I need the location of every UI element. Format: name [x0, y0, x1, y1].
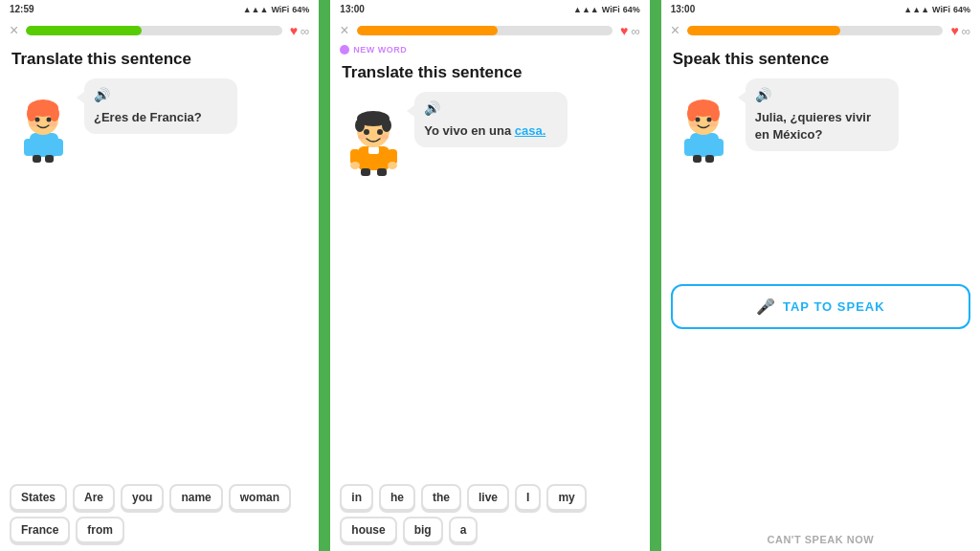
word-tile[interactable]: the [421, 484, 461, 511]
word-tile[interactable]: woman [229, 484, 291, 511]
speaker-icon-1[interactable]: 🔊 [94, 86, 110, 105]
instruction-1: Translate this sentence [0, 43, 319, 73]
word-tile[interactable]: house [340, 517, 396, 543]
wifi-icon: WiFi [271, 5, 289, 14]
svg-rect-27 [361, 168, 370, 176]
svg-rect-31 [714, 139, 724, 156]
word-tile[interactable]: I [515, 484, 541, 511]
speaker-icon-2[interactable]: 🔊 [424, 99, 440, 119]
instruction-2: Translate this sentence [330, 56, 649, 86]
svg-rect-2 [54, 139, 63, 156]
word-tile[interactable]: Are [73, 484, 115, 511]
progress-fill-3 [687, 26, 840, 35]
mic-icon: 🎤 [756, 298, 775, 316]
svg-point-5 [27, 106, 36, 121]
heart-icon-2: ♥ [620, 23, 628, 38]
status-icons-1: ▲▲▲ WiFi 64% [243, 5, 310, 14]
character-svg-2 [343, 97, 405, 178]
heart-area-1: ♥ ∞ [290, 23, 310, 38]
word-tile[interactable]: my [546, 484, 586, 511]
word-tile[interactable]: from [76, 517, 124, 543]
svg-rect-12 [45, 155, 54, 163]
tap-to-speak-label: TAP TO SPEAK [783, 299, 885, 314]
svg-point-8 [46, 118, 51, 122]
character-2 [340, 92, 407, 178]
time-1: 12:59 [10, 4, 34, 14]
instruction-3: Speak this sentence [661, 43, 980, 73]
word-tile[interactable]: a [449, 517, 479, 543]
word-tile[interactable]: live [467, 484, 509, 511]
svg-point-37 [707, 118, 712, 122]
svg-point-39 [709, 122, 717, 127]
word-tile[interactable]: he [379, 484, 415, 511]
word-tile[interactable]: in [340, 484, 373, 511]
svg-point-25 [358, 135, 366, 140]
word-tiles-2: in he the live I my house big a [330, 476, 649, 551]
word-tile[interactable]: States [10, 484, 67, 511]
svg-point-23 [364, 129, 369, 135]
character-svg-3 [673, 83, 735, 165]
svg-point-38 [690, 122, 698, 127]
panel-1: 12:59 ▲▲▲ WiFi 64% × ♥ ∞ Translate this … [0, 0, 319, 551]
status-bar-2: 13:00 ▲▲▲ WiFi 64% [330, 0, 649, 18]
heart-icon-3: ♥ [950, 23, 958, 38]
status-bar-3: 13:00 ▲▲▲ WiFi 64% [661, 0, 980, 18]
infinity-icon-1: ∞ [301, 24, 309, 38]
bubble-text-3: Julia, ¿quieres vivir en México? [755, 109, 889, 143]
wifi-icon-3: WiFi [932, 5, 950, 14]
character-area-2: 🔊 Yo vivo en una casa. [330, 86, 649, 287]
svg-point-21 [355, 119, 365, 132]
progress-fill-1 [26, 26, 141, 35]
progress-area-2: × ♥ ∞ [330, 18, 649, 43]
svg-rect-11 [33, 155, 41, 163]
battery-2: 64% [623, 5, 640, 14]
time-2: 13:00 [340, 4, 365, 14]
character-area-1: 🔊 ¿Eres de Francia? [0, 73, 319, 280]
word-tile[interactable]: France [10, 517, 70, 543]
bubble-text-2: Yo vivo en una casa. [424, 122, 558, 140]
status-icons-3: ▲▲▲ WiFi 64% [903, 5, 970, 14]
heart-area-3: ♥ ∞ [950, 23, 970, 38]
wifi-icon-2: WiFi [602, 5, 620, 14]
word-tile[interactable]: you [121, 484, 164, 511]
svg-rect-41 [705, 155, 714, 163]
cant-speak-label[interactable]: CAN'T SPEAK NOW [661, 528, 980, 551]
bubble-text-1: ¿Eres de Francia? [94, 109, 228, 126]
heart-icon-1: ♥ [290, 23, 298, 38]
progress-fill-2 [357, 26, 498, 35]
progress-bar-bg-1 [26, 26, 281, 35]
svg-point-7 [34, 118, 39, 122]
signal-icon-2: ▲▲▲ [573, 5, 599, 14]
status-bar-1: 12:59 ▲▲▲ WiFi 64% [0, 0, 319, 18]
svg-rect-1 [24, 139, 33, 156]
new-word-dot [340, 45, 349, 55]
bubble-highlight-2: casa. [515, 123, 546, 138]
time-3: 13:00 [671, 4, 696, 14]
speaker-icon-3[interactable]: 🔊 [755, 86, 771, 105]
infinity-icon-3: ∞ [962, 24, 970, 38]
close-button-2[interactable]: × [340, 22, 348, 39]
progress-bar-bg-3 [687, 26, 943, 35]
svg-point-36 [696, 118, 701, 122]
character-svg-1 [12, 83, 75, 165]
word-tile[interactable]: name [169, 484, 222, 511]
svg-rect-28 [377, 168, 387, 176]
word-tile[interactable]: big [403, 517, 443, 543]
battery-1: 64% [292, 5, 309, 14]
close-button-1[interactable]: × [10, 22, 18, 39]
bubble-top-1: 🔊 [94, 86, 228, 105]
tap-to-speak-button[interactable]: 🎤 TAP TO SPEAK [671, 284, 970, 329]
panel-3: 13:00 ▲▲▲ WiFi 64% × ♥ ∞ Speak this sent… [661, 0, 980, 551]
svg-rect-30 [684, 139, 694, 156]
signal-icon: ▲▲▲ [243, 5, 269, 14]
progress-area-3: × ♥ ∞ [661, 18, 980, 43]
new-word-label: NEW WORD [353, 45, 407, 55]
tap-to-speak-area: 🎤 TAP TO SPEAK [661, 276, 980, 337]
svg-point-24 [377, 129, 383, 135]
heart-area-2: ♥ ∞ [620, 23, 640, 38]
speech-bubble-1: 🔊 ¿Eres de Francia? [84, 78, 237, 134]
speech-bubble-2: 🔊 Yo vivo en una casa. [414, 92, 568, 147]
character-3 [671, 78, 738, 165]
close-button-3[interactable]: × [671, 22, 679, 39]
svg-rect-14 [368, 146, 379, 154]
